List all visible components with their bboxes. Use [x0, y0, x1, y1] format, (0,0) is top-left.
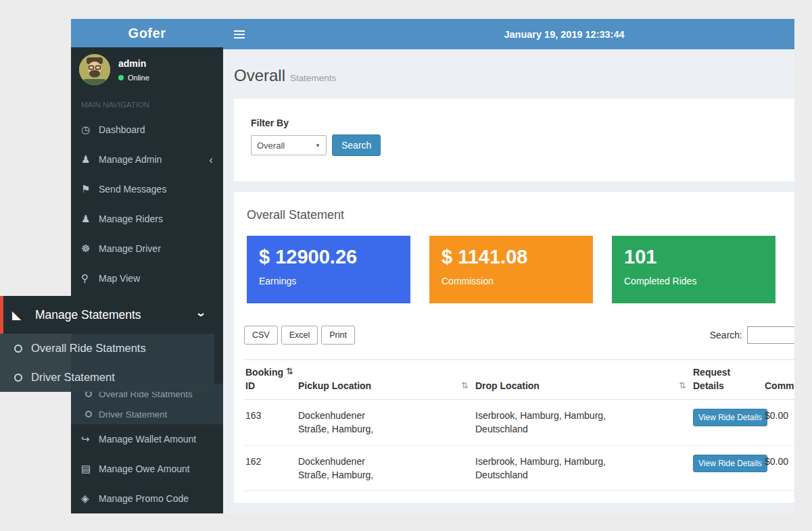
commission-label: Commission: [441, 276, 581, 286]
dashboard-icon: ◷: [81, 124, 99, 136]
request-cell: View Ride Details: [692, 400, 763, 446]
view-ride-details-button[interactable]: View Ride Details: [693, 409, 767, 426]
hamburger-menu-icon[interactable]: [223, 19, 256, 49]
statements-flyout-menu: ◣ Manage Statements ‹ Overall Ride Statm…: [0, 296, 214, 392]
booking-id-cell: 162: [244, 445, 297, 491]
flyout-item-overall-ride-statements[interactable]: Overall Ride Statments: [0, 334, 214, 363]
submenu-item-driver-statement[interactable]: Driver Statement: [71, 404, 223, 424]
main-area: January 19, 2019 12:33:44 OverallStateme…: [223, 19, 794, 513]
sidebar: Gofer admin Online: [71, 19, 223, 513]
sidebar-item-manage-statements[interactable]: ◣ Manage Statements ‹: [0, 296, 214, 334]
sidebar-item-send-messages[interactable]: ⚑ Send Messages: [71, 174, 223, 204]
earnings-label: Earnings: [259, 276, 398, 286]
column-header-pickup-location[interactable]: Pickup Location ⇅: [297, 360, 474, 400]
booking-id-cell: 163: [244, 400, 297, 446]
filter-select[interactable]: Overall ▼: [251, 135, 327, 155]
page-title: Overall: [234, 66, 285, 84]
sidebar-item-manage-wallet-amount[interactable]: ↪ Manage Wallet Amount: [71, 424, 223, 454]
table-row: 163 Dockenhudener Straße, Hamburg, Iserb…: [244, 400, 794, 446]
user-panel: admin Online: [71, 47, 223, 92]
view-ride-details-button[interactable]: View Ride Details: [693, 455, 767, 472]
request-cell: View Ride Details: [692, 445, 763, 491]
column-header-drop-location[interactable]: Drop Location ⇅: [474, 360, 692, 400]
earnings-value: $ 12900.26: [259, 246, 398, 268]
brand-logo[interactable]: Gofer: [71, 19, 223, 47]
table-search-input[interactable]: [747, 326, 794, 344]
navbar-datetime: January 19, 2019 12:33:44: [504, 19, 624, 49]
flyout-item-driver-statement[interactable]: Driver Statement: [0, 363, 214, 392]
pickup-cell: Dockenhudener Straße, Hamburg,: [297, 445, 474, 491]
sidebar-menu-lower: ↪ Manage Wallet Amount ▤ Manage Owe Amou…: [71, 424, 223, 513]
drop-cell: Iserbrook, Hamburg, Hamburg, Deutschland: [474, 445, 692, 491]
sidebar-item-map-view[interactable]: ⚲ Map View: [71, 263, 223, 293]
page-subtitle: Statements: [290, 73, 336, 83]
commission-cell: $0.00: [763, 400, 794, 446]
circle-icon: [14, 374, 22, 382]
sidebar-item-manage-riders[interactable]: ♟ Manage Riders: [71, 204, 223, 234]
completed-rides-card: 101 Completed Rides: [612, 236, 775, 303]
filter-select-value: Overall: [257, 141, 285, 151]
page-header: OverallStatements: [223, 49, 794, 99]
summary-cards: $ 12900.26 Earnings $ 1141.08 Commission…: [244, 236, 794, 303]
user-plus-icon: ♟: [81, 153, 99, 166]
completed-rides-value: 101: [624, 246, 763, 268]
online-status-dot: [118, 75, 124, 80]
sidebar-item-manage-driver[interactable]: ☸ Manage Driver: [71, 234, 223, 263]
column-header-booking-id[interactable]: Booking ID ⇅: [244, 360, 297, 400]
statement-panel: Overall Statement $ 12900.26 Earnings $ …: [234, 192, 794, 503]
commission-card: $ 1141.08 Commission: [429, 236, 593, 303]
table-row: 162 Dockenhudener Straße, Hamburg, Iserb…: [244, 445, 794, 491]
sort-icon: ⇅: [679, 380, 686, 392]
user-status: Online: [128, 74, 149, 82]
flyout-submenu: Overall Ride Statments Driver Statement: [0, 334, 214, 392]
chart-icon: ◣: [12, 308, 35, 322]
chevron-left-icon: ‹: [209, 154, 213, 166]
app-window: Gofer admin Online: [71, 19, 794, 513]
search-button[interactable]: Search: [332, 134, 381, 156]
filter-panel: Filter By Overall ▼ Search: [234, 99, 794, 181]
sort-icon: ⇅: [286, 365, 293, 378]
tag-icon: ◈: [81, 492, 99, 505]
sidebar-item-manage-promo-code[interactable]: ◈ Manage Promo Code: [71, 484, 223, 513]
wallet-icon: ↪: [81, 433, 99, 445]
table-search-label: Search:: [710, 330, 742, 340]
completed-rides-label: Completed Rides: [624, 276, 763, 286]
content-area: OverallStatements Filter By Overall ▼ Se…: [223, 49, 794, 513]
credit-card-icon: ▤: [81, 463, 99, 475]
drop-cell: Iserbrook, Hamburg, Hamburg, Deutschland: [474, 400, 692, 446]
filter-by-label: Filter By: [251, 118, 794, 128]
circle-icon: [14, 345, 22, 353]
select-caret-icon: ▼: [315, 143, 320, 149]
statements-table: Booking ID ⇅ Pickup Location ⇅ Drop Loca…: [244, 359, 794, 491]
sidebar-item-dashboard[interactable]: ◷ Dashboard: [71, 115, 223, 145]
statement-title: Overall Statement: [244, 208, 794, 222]
sidebar-item-manage-owe-amount[interactable]: ▤ Manage Owe Amount: [71, 454, 223, 484]
sidebar-menu: ◷ Dashboard ♟ Manage Admin ‹ ⚑ Send Mess…: [71, 115, 223, 293]
column-header-request-details[interactable]: Request Details: [692, 360, 763, 400]
table-toolbar: CSV Excel Print Search:: [244, 326, 794, 345]
earnings-card: $ 12900.26 Earnings: [247, 236, 410, 303]
circle-icon: [85, 411, 92, 418]
print-button[interactable]: Print: [321, 326, 355, 345]
top-navbar: January 19, 2019 12:33:44: [223, 19, 794, 49]
avatar: [79, 54, 110, 85]
commission-cell: $0.00: [763, 445, 794, 491]
user-name: admin: [118, 58, 149, 69]
csv-button[interactable]: CSV: [244, 326, 278, 345]
sort-icon: ⇅: [461, 380, 469, 392]
users-icon: ♟: [81, 213, 99, 225]
chevron-down-icon: ‹: [193, 313, 207, 318]
excel-button[interactable]: Excel: [281, 326, 318, 345]
pickup-cell: Dockenhudener Straße, Hamburg,: [297, 400, 474, 446]
sidebar-section-label: MAIN NAVIGATION: [71, 92, 223, 115]
map-marker-icon: ⚲: [81, 272, 99, 284]
sidebar-item-manage-admin[interactable]: ♟ Manage Admin ‹: [71, 145, 223, 174]
commission-value: $ 1141.08: [441, 246, 581, 268]
steering-wheel-icon: ☸: [81, 243, 99, 255]
megaphone-icon: ⚑: [81, 183, 99, 195]
column-header-commission[interactable]: Commission: [763, 360, 794, 400]
